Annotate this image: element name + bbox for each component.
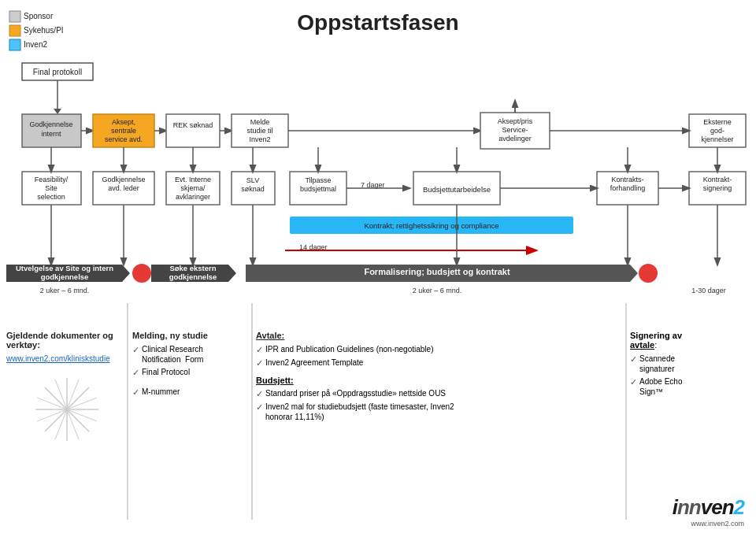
svg-rect-53: [290, 172, 346, 205]
svg-text:Final protokoll: Final protokoll: [33, 68, 82, 76]
svg-text:signering: signering: [703, 184, 732, 192]
svg-text:internt: internt: [41, 130, 61, 138]
svg-marker-92: [151, 265, 236, 282]
check-icon-2: ✓: [132, 367, 139, 378]
svg-text:Aksept/pris: Aksept/pris: [498, 117, 533, 125]
check-icon-7: ✓: [256, 402, 263, 413]
svg-text:Eksterne: Eksterne: [703, 118, 732, 126]
svg-text:kjennelser: kjennelser: [701, 135, 733, 143]
svg-rect-43: [93, 172, 154, 205]
logo-text: innven2: [673, 495, 744, 520]
svg-text:2 uker – 6 mnd.: 2 uker – 6 mnd.: [413, 287, 462, 294]
svg-text:Inven2: Inven2: [24, 40, 47, 49]
svg-text:godkjennelse: godkjennelse: [41, 272, 89, 281]
svg-line-105: [45, 387, 89, 431]
svg-rect-63: [689, 172, 746, 205]
svg-text:avd. leder: avd. leder: [108, 184, 139, 192]
svg-rect-46: [166, 172, 220, 205]
avtale-item-2: ✓ Inven2 Agreement Template: [256, 357, 555, 368]
svg-text:REK søknad: REK søknad: [173, 121, 213, 129]
melding-item-1: ✓ Clinical ResearchNotification Form: [132, 344, 250, 365]
inven2-link[interactable]: www.inven2.com/kliniskstudie: [6, 354, 110, 363]
avtale-item-1: ✓ IPR and Publication Guidelines (non-ne…: [256, 344, 555, 355]
check-icon-3: ✓: [132, 387, 139, 398]
svg-text:Søke ekstern: Søke ekstern: [169, 264, 216, 272]
svg-text:Evt. Interne: Evt. Interne: [175, 176, 211, 183]
svg-line-109: [37, 398, 97, 421]
svg-rect-39: [22, 172, 81, 205]
svg-rect-28: [480, 113, 550, 149]
svg-rect-15: [93, 114, 154, 147]
svg-text:Godkjennelse: Godkjennelse: [102, 176, 145, 183]
svg-text:14 dager: 14 dager: [299, 243, 328, 251]
svg-point-98: [639, 264, 658, 283]
svg-text:Aksept,: Aksept,: [112, 118, 135, 126]
svg-text:Melde: Melde: [250, 118, 270, 126]
signering-item-1: ✓ Scannedesignaturer: [630, 354, 752, 374]
left-column: Gjeldende dokumenter og verktøy: www.inv…: [6, 331, 128, 363]
svg-text:avdelinger: avdelinger: [498, 135, 532, 143]
svg-rect-20: [166, 114, 220, 147]
svg-text:Site: Site: [45, 184, 57, 192]
svg-marker-10: [54, 109, 61, 114]
svg-rect-50: [232, 172, 275, 205]
svg-rect-34: [689, 114, 746, 147]
left-col-title: Gjeldende dokumenter og verktøy:: [6, 331, 128, 350]
svg-text:Feasibility/: Feasibility/: [35, 176, 69, 183]
svg-text:budsjettmal: budsjettmal: [300, 185, 336, 193]
svg-text:SLV: SLV: [246, 176, 259, 184]
svg-text:2 uker – 6 mnd.: 2 uker – 6 mnd.: [40, 287, 90, 294]
svg-text:godkjennelse: godkjennelse: [169, 272, 217, 281]
svg-rect-23: [232, 114, 288, 147]
svg-text:Inven2: Inven2: [249, 135, 270, 143]
svg-rect-7: [22, 63, 93, 80]
check-icon-1: ✓: [132, 344, 139, 355]
check-icon-8: ✓: [630, 354, 637, 365]
svg-text:Godkjennelse: Godkjennelse: [29, 120, 72, 128]
budsjett-item-1: ✓ Standard priser på «Oppdragsstudie» ne…: [256, 388, 555, 399]
melding-item-3: ✓ M-nummer: [132, 387, 250, 398]
svg-text:Formalisering; budsjett og kon: Formalisering; budsjett og kontrakt: [364, 267, 510, 276]
svg-text:studie til: studie til: [246, 127, 272, 135]
svg-text:7 dager: 7 dager: [361, 181, 385, 189]
avtale-column: Avtale: ✓ IPR and Publication Guidelines…: [256, 331, 555, 424]
svg-line-110: [37, 398, 97, 421]
avtale-title: Avtale:: [256, 331, 555, 340]
svg-text:Utvelgelse av Site og intern: Utvelgelse av Site og intern: [16, 264, 113, 272]
budsjett-title: Budsjett:: [256, 376, 555, 385]
inven2-logo: innven2 www.inven2.com: [673, 495, 744, 528]
svg-text:god-: god-: [710, 127, 724, 135]
signering-item-2: ✓ Adobe EchoSign™: [630, 376, 752, 397]
logo-url: www.inven2.com: [673, 520, 744, 528]
svg-text:1-30 dager: 1-30 dager: [691, 287, 726, 294]
svg-line-106: [45, 387, 89, 431]
svg-text:Service-: Service-: [502, 126, 528, 134]
svg-text:forhandling: forhandling: [610, 184, 646, 192]
svg-text:skjema/: skjema/: [180, 184, 206, 192]
svg-text:Tilpasse: Tilpasse: [305, 176, 331, 184]
check-icon-6: ✓: [256, 388, 263, 399]
check-icon-5: ✓: [256, 357, 263, 368]
check-icon-4: ✓: [256, 344, 263, 355]
signering-title: Signering avavtale:: [630, 331, 752, 350]
svg-point-91: [132, 264, 151, 283]
svg-text:Kontrakt-: Kontrakt-: [703, 176, 732, 183]
svg-rect-0: [9, 11, 20, 22]
melding-title: Melding, ny studie: [132, 331, 250, 340]
melding-item-2: ✓ Final Protocol: [132, 367, 250, 378]
svg-text:service avd.: service avd.: [105, 135, 143, 143]
svg-text:Budsjettutarbeidelse: Budsjettutarbeidelse: [423, 185, 491, 194]
svg-text:søknad: søknad: [241, 185, 265, 193]
svg-text:Sykehus/PI: Sykehus/PI: [24, 26, 64, 35]
svg-text:Sponsor: Sponsor: [24, 12, 54, 20]
svg-rect-60: [597, 172, 658, 205]
svg-text:avklaringer: avklaringer: [176, 193, 210, 201]
svg-text:Kontrakts-: Kontrakts-: [611, 176, 643, 183]
svg-text:Kontrakt; rettighetssikring og: Kontrakt; rettighetssikring og complianc…: [364, 221, 498, 230]
svg-text:selection: selection: [37, 193, 65, 201]
svg-line-107: [55, 380, 79, 439]
svg-rect-68: [290, 217, 573, 234]
svg-rect-58: [413, 172, 500, 205]
svg-rect-11: [22, 114, 81, 147]
check-icon-9: ✓: [630, 376, 637, 387]
